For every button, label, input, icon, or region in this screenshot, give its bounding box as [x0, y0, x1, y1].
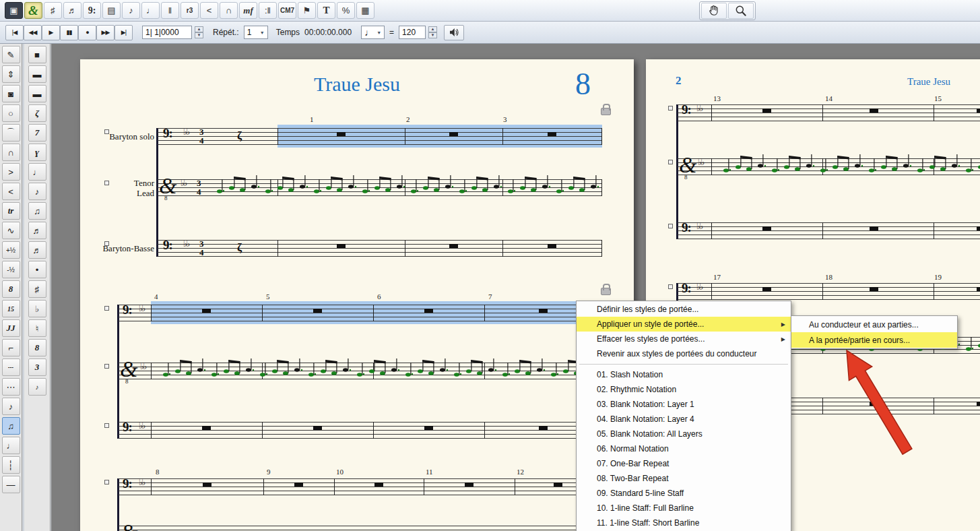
menu-item[interactable]: Effacer les styles de portées... ▶	[577, 332, 791, 346]
beamed-notes-tool[interactable]: ♫	[2, 417, 20, 435]
go-to-beginning-button[interactable]: |◀	[5, 25, 24, 40]
grace-note[interactable]: ♪	[28, 378, 46, 396]
beamed-eighths[interactable]: ♫	[28, 202, 46, 220]
staff-baryton-basse[interactable]: 9: ♭♭ 34 ζ	[158, 240, 602, 257]
mirror-tool[interactable]: %	[337, 2, 355, 19]
record-button[interactable]: ●	[78, 25, 96, 40]
sharp[interactable]: ♯	[28, 280, 46, 298]
sixteenth-rest[interactable]: ɣ	[28, 144, 46, 161]
eighth-rest[interactable]: 7	[28, 124, 46, 142]
selection-cell[interactable]: ■	[28, 46, 46, 63]
text-tool[interactable]: T	[317, 2, 335, 19]
key-signature-tool[interactable]: ♯	[44, 2, 62, 19]
smart-shape-tool[interactable]: <	[200, 2, 218, 19]
tuplet-tool[interactable]: r3	[181, 2, 199, 19]
octave-8[interactable]: 8	[28, 339, 46, 356]
quarter-note-tool[interactable]: ♩	[2, 437, 20, 454]
two-octave-tool[interactable]: 15	[2, 300, 20, 317]
midi-tool[interactable]: ◙	[2, 85, 20, 102]
staff-handle[interactable]	[668, 106, 673, 111]
menu-item[interactable]: 10. 1-line Staff: Full Barline	[577, 501, 791, 516]
spin-down-icon[interactable]: ▼	[195, 32, 203, 38]
double-whole-rest[interactable]: ▬	[28, 65, 46, 83]
menu-item[interactable]: Revenir aux styles de portées du conduct…	[577, 346, 791, 361]
zoom-tool[interactable]	[728, 3, 754, 19]
thirty-second-note[interactable]: ♬	[28, 241, 46, 259]
menu-item[interactable]: 08. Two-Bar Repeat	[577, 471, 791, 486]
staff-handle[interactable]	[104, 181, 109, 185]
selection-tool[interactable]: ▣	[5, 2, 23, 19]
slur-tool[interactable]: ⌒	[2, 124, 20, 142]
articulation-tool[interactable]: ⚑	[298, 2, 316, 19]
rewind-button[interactable]: ◀◀	[24, 25, 42, 40]
eraser-tool[interactable]: ✎	[2, 46, 20, 63]
trill-tool[interactable]: tr	[2, 202, 20, 220]
menu-item[interactable]: 06. Normal Notation	[577, 441, 791, 456]
staff-baryton-basse[interactable]: 9: ♭♭	[119, 422, 602, 439]
staff-handle[interactable]	[104, 480, 109, 485]
flat[interactable]: ♭	[28, 300, 46, 317]
submenu-item[interactable]: Au conducteur et aux parties...	[791, 317, 957, 332]
staff-handle[interactable]	[104, 364, 109, 369]
repeat-tool[interactable]: :‖	[259, 2, 277, 19]
eighth-note-tool[interactable]: ♪	[2, 398, 20, 415]
menu-item[interactable]: 09. Standard 5-line Staff	[577, 486, 791, 501]
staff-handle[interactable]	[104, 129, 109, 134]
menu-item[interactable]: 07. One-Bar Repeat	[577, 456, 791, 471]
simple-entry-tool[interactable]: ♪	[122, 2, 140, 19]
barline-tool[interactable]: ‖	[161, 2, 179, 19]
whole-rest[interactable]: ▬	[28, 85, 46, 102]
menu-item[interactable]: 05. Blank Notation: All Layers	[577, 427, 791, 441]
half-step-up-tool[interactable]: +½	[2, 241, 20, 259]
staff-handle[interactable]	[104, 306, 109, 311]
menu-item[interactable]: 03. Blank Notation: Layer 1	[577, 397, 791, 412]
augmentation-dot[interactable]: •	[28, 261, 46, 278]
staff-tenor-lead[interactable]: &	[119, 526, 602, 531]
menu-item[interactable]: 04. Blank Notation: Layer 4	[577, 412, 791, 427]
beamed-sixteenths[interactable]: ♬	[28, 222, 46, 239]
quarter-note[interactable]: ♩	[28, 163, 46, 181]
menu-item[interactable]: 11. 1-line Staff: Short Barline	[577, 516, 791, 530]
speaker-button[interactable]	[444, 25, 464, 40]
decrescendo-tool[interactable]: >	[2, 163, 20, 181]
natural[interactable]: ♮	[28, 319, 46, 337]
whole-note-tool[interactable]: ○	[2, 104, 20, 122]
bracket-tool[interactable]: ⌐	[2, 339, 20, 356]
measure-counter[interactable]: 1| 1|0000	[142, 26, 192, 39]
menu-item[interactable]: 01. Slash Notation	[577, 367, 791, 382]
staff-handle[interactable]	[668, 284, 673, 289]
staff-handle[interactable]	[668, 160, 673, 164]
staff-baryton-basse[interactable]: 9: ♭♭	[678, 222, 980, 239]
staff-baryton-solo[interactable]: 9: ♭♭	[119, 478, 602, 495]
wavy-line-tool[interactable]: ∿	[2, 222, 20, 239]
tie-tool[interactable]: ∩	[220, 2, 238, 19]
eighth-note[interactable]: ♪	[28, 183, 46, 200]
clef-tool[interactable]: 9:	[83, 2, 101, 19]
menu-item[interactable]	[577, 361, 791, 367]
repeat-count-select[interactable]: 1 ▼	[244, 26, 268, 39]
staff-baryton-solo[interactable]: 9: ♭♭	[678, 104, 980, 121]
dashed-slur-tool[interactable]: ∩	[2, 144, 20, 161]
dotted-bracket-tool[interactable]: ⋯	[2, 378, 20, 396]
octave-up-tool[interactable]: 8	[2, 280, 20, 298]
staff-baryton-solo[interactable]: 9: ♭♭	[119, 305, 602, 321]
chord-tool[interactable]: CM7	[278, 2, 296, 19]
time-signature-tool[interactable]: ♬	[63, 2, 81, 19]
staff-tool[interactable]: &	[24, 2, 42, 19]
go-to-end-button[interactable]: ▶|	[115, 25, 133, 40]
note-mover-tool[interactable]: ⇕	[2, 65, 20, 83]
dashed-vertical-tool[interactable]: ┆	[2, 456, 20, 474]
page-layout-tool[interactable]: ▦	[356, 2, 374, 19]
speedy-entry-tool[interactable]: ♩	[141, 2, 160, 19]
staff-handle[interactable]	[104, 423, 109, 428]
menu-item[interactable]: Définir les styles de portée...	[577, 302, 791, 317]
staff-baryton-solo[interactable]: 9: ♭♭	[678, 283, 980, 300]
tempo-note-select[interactable]: ♩ ▼	[361, 26, 385, 39]
spin-up-icon[interactable]: ▲	[195, 26, 203, 32]
staff-handle[interactable]	[668, 224, 673, 228]
fast-forward-button[interactable]: ▶▶	[96, 25, 115, 40]
staff-handle[interactable]	[104, 241, 109, 246]
spin-down-icon[interactable]: ▼	[428, 32, 437, 38]
half-step-down-tool[interactable]: -½	[2, 261, 20, 278]
play-button[interactable]: ▶	[42, 25, 60, 40]
